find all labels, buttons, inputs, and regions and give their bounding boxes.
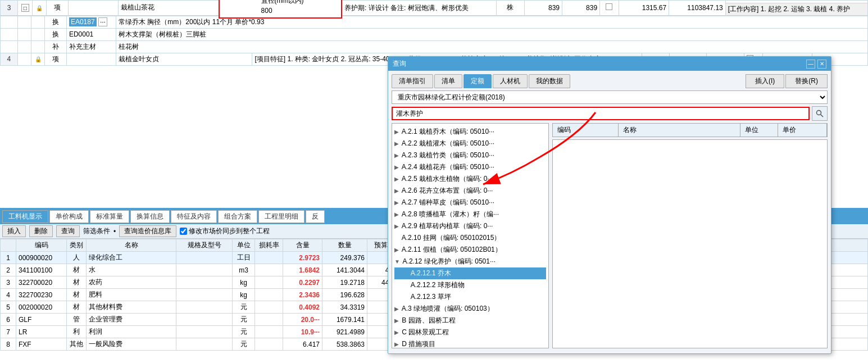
tree-arrow-a26: ▶ [394,188,399,194]
tab-biaozhunsuanliang[interactable]: 标准算量 [90,210,129,223]
tree-item-a27[interactable]: ▶ A.2.7 铺种草皮（编码: 05010··· [394,197,546,208]
dialog-tab-rencaiji[interactable]: 人材机 [493,74,528,88]
dialog-right-body [552,139,828,348]
search-input[interactable] [392,107,810,120]
expand-4[interactable] [17,53,31,65]
tree-label-b: B 园路、园桥工程 [402,316,455,324]
row-8-loss [255,338,283,351]
tab-huansuanxinxi[interactable]: 换算信息 [130,210,170,223]
query-btn[interactable]: 查询 [56,225,80,237]
code-supplement: 补充主材 [66,40,116,53]
tree-item-d[interactable]: ▶ D 措施项目 [394,338,546,348]
tree-item-a2123[interactable]: ▶ A.2.12.3 草坪 [394,291,546,303]
row-1-amount: 2.9723 [283,252,322,264]
pricing-standard-select[interactable]: 重庆市园林绿化工程计价定额(2018) [392,90,828,104]
unit-3: 株 [496,1,524,16]
tree-item-a29[interactable]: ▶ A.2.9 植草砖内植草（编码: 0··· [394,220,546,232]
tree-arrow-a3: ▶ [394,306,399,312]
tree-item-a24[interactable]: ▶ A.2.4 栽植花卉（编码: 05010··· [394,161,546,173]
tree-item-a212[interactable]: ▼ A.2.12 绿化养护（编码: 0501··· [394,256,546,267]
tab-gongliaojishow[interactable]: 工料机显示 [2,210,48,223]
dialog-tab-qingdan[interactable]: 清单 [434,74,462,88]
tree-item-a28[interactable]: ▶ A.2.8 喷播植草（灌木）籽（编··· [394,208,546,220]
chk-3[interactable] [600,1,619,16]
tree-item-a25[interactable]: ▶ A.2.5 栽植水生植物（编码: 0··· [394,173,546,185]
tree-arrow-a22: ▶ [394,140,399,147]
empty-num3 [1,40,18,53]
dialog-tabs: 清单指引 清单 定额 人材机 我的数据 插入(I) 替换(R) [392,74,828,88]
row-1-type: 人 [67,252,87,264]
lock-3: 🔒 [33,1,47,16]
tab-fan[interactable]: 反 [306,210,325,223]
insert-btn[interactable]: 插入 [2,225,26,237]
row-6-qty: 1679.141 [322,314,367,326]
tree-item-a22[interactable]: ▶ A.2.2 栽植灌木（编码: 05010··· [394,138,546,149]
tree-item-a26[interactable]: ▶ A.2.6 花卉立体布置（编码: 0··· [394,185,546,197]
tree-item-a21[interactable]: ▶ A.2.1 栽植乔木（编码: 05010··· [394,126,546,138]
name-ed0001: 树木支撑架（树根桩）三脚桩 [116,28,868,40]
tab-tezheng[interactable]: 特征及内容 [171,210,217,223]
row-1-spec [176,252,233,264]
row-3-type: 材 [67,276,87,289]
row-1-name: 绿化综合工 [87,252,176,264]
tree-arrow-d: ▶ [394,341,399,347]
dialog-tab-qingdanzj[interactable]: 清单指引 [392,74,433,88]
tree-label-a21: A.2.1 栽植乔木（编码: 05010··· [402,128,494,135]
tree-item-a23[interactable]: ▶ A.2.3 栽植竹类（编码: 05010··· [394,149,546,161]
row-2-amount: 1.6842 [283,264,322,276]
tree-item-a211[interactable]: ▶ A.2.11 假植（编码: 050102B01） [394,244,546,256]
row-4-unit: kg [233,289,255,301]
tree-label-a24: A.2.4 栽植花卉（编码: 05010··· [402,163,494,171]
tree-item-b[interactable]: ▶ B 园路、园桥工程 [394,315,546,326]
sync-checkbox[interactable] [180,228,187,235]
work-content: [工作内容] 1. 起挖 2. 运输 3. 栽植 4. 养护 [725,3,867,16]
tab-danjiacoucheng[interactable]: 单价构成 [49,210,89,223]
empty-num [1,16,18,28]
dialog-insert-btn[interactable]: 插入(I) [746,74,784,88]
dialog-tab-dinge[interactable]: 定额 [463,74,492,88]
expand-3[interactable]: □ [18,1,33,16]
col-header-loss: 损耗率 [255,239,283,252]
tree-arrow-a212: ▼ [394,258,400,265]
name-4: 栽植金叶女贞 [116,53,252,65]
row-1-code: 000900020 [16,252,67,264]
dialog-titlebar: 查询 — ✕ [388,57,831,71]
tree-arrow-a25: ▶ [394,176,399,182]
row-7-type: 利 [67,326,87,338]
row-3-spec [176,276,233,289]
row-3-num: 3 [1,276,16,289]
col-header-code: 编码 [16,239,67,252]
search-icon-btn[interactable] [812,106,828,121]
row-1-loss [255,252,283,264]
dialog-content: ▶ A.2.1 栽植乔木（编码: 05010··· ▶ A.2.2 栽植灌木（编… [392,123,828,348]
tab-gongchengming[interactable]: 工程里明细 [258,210,305,223]
num-3: 839 [562,1,600,16]
tree-item-a210[interactable]: ▶ A.2.10 挂网（编码: 050102015） [394,232,546,244]
row-3-amount: 0.2297 [283,276,322,289]
row-4-name: 肥料 [87,289,176,301]
dialog-replace-btn[interactable]: 替换(R) [785,74,828,88]
query-price-db-btn[interactable]: 查询造价信息库 [119,225,176,237]
row-8-amount: 6.417 [283,338,322,351]
tree-item-c[interactable]: ▶ C 园林景观工程 [394,326,546,338]
dialog-tab-mydata[interactable]: 我的数据 [529,74,570,88]
right-col-code: 编码 [553,124,619,137]
delete-btn[interactable]: 删除 [29,225,53,237]
row-3-loss [255,276,283,289]
empty-lock2 [31,28,45,40]
dialog-close-btn[interactable]: ✕ [817,60,826,69]
row-1-num: 1 [1,252,16,264]
dialog-body: 清单指引 清单 定额 人材机 我的数据 插入(I) 替换(R) 重庆市园林绿化工… [388,71,831,352]
sync-label[interactable]: 修改市场价同步到整个工程 [180,226,270,236]
tree-item-a2122[interactable]: ▶ A.2.12.2 球形植物 [394,279,546,291]
row-8-code: FXF [16,338,67,351]
row-8-spec [176,338,233,351]
right-col-price: 单价 [778,124,827,137]
tree-arrow-a28: ▶ [394,211,399,217]
tree-item-a3[interactable]: ▶ A.3 绿地喷灌（编码: 050103） [394,303,546,315]
tab-zuhe[interactable]: 组合方案 [218,210,257,223]
tree-item-a2121[interactable]: ▶ A.2.12.1 乔木 [394,267,546,279]
row-5-type: 材 [67,301,87,314]
dialog-minimize-btn[interactable]: — [806,60,815,69]
type-4: 项 [45,53,67,65]
